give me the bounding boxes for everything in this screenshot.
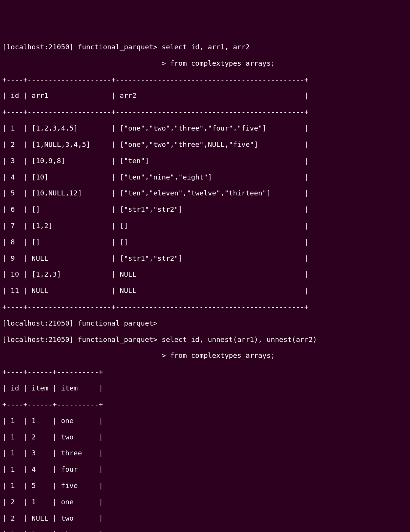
table-row: | 1 | 1 | one | — [2, 417, 408, 425]
table-row: | 2 | [1,NULL,3,4,5] | ["one","two","thr… — [2, 140, 408, 148]
table-border: +----+--------------------+-------------… — [2, 76, 408, 83]
table-row: | 6 | [] | ["str1","str2"] | — [2, 205, 408, 213]
sql-prompt-1[interactable]: [localhost:21050] functional_parquet> se… — [2, 43, 408, 51]
table-row: | 10 | [1,2,3] | NULL | — [2, 270, 408, 278]
table-row: | 1 | 5 | five | — [2, 482, 408, 490]
table-border: +----+--------------------+-------------… — [2, 303, 408, 311]
table-row: | 4 | [10] | ["ten","nine","eight"] | — [2, 173, 408, 181]
prompt-host: [localhost:21050] functional_parquet> — [2, 43, 158, 51]
table-row: | 2 | NULL | two | — [2, 514, 408, 522]
table-row: | 1 | 2 | two | — [2, 433, 408, 441]
table-header: | id | arr1 | arr2 | — [2, 91, 408, 99]
table-row: | 5 | [10,NULL,12] | ["ten","eleven","tw… — [2, 189, 408, 197]
table-row: | 1 | [1,2,3,4,5] | ["one","two","three"… — [2, 124, 408, 132]
sql-prompt-blank[interactable]: [localhost:21050] functional_parquet> — [2, 319, 408, 327]
table-row: | 8 | [] | [] | — [2, 238, 408, 246]
table-border: +----+------+----------+ — [2, 368, 408, 376]
prompt-host: [localhost:21050] functional_parquet> — [2, 335, 158, 343]
table-border: +----+--------------------+-------------… — [2, 108, 408, 116]
table-header: | id | item | item | — [2, 384, 408, 392]
sql-prompt-2-cont: > from complextypes_arrays; — [2, 351, 408, 359]
table-row: | 2 | 3 | three | — [2, 530, 408, 532]
prompt-cont: > — [2, 351, 166, 359]
table-row: | 9 | NULL | ["str1","str2"] | — [2, 254, 408, 262]
sql-prompt-2[interactable]: [localhost:21050] functional_parquet> se… — [2, 335, 408, 343]
sql-query-1-line-2: from complextypes_arrays; — [170, 59, 275, 67]
table-border: +----+------+----------+ — [2, 400, 408, 408]
table-row: | 11 | NULL | NULL | — [2, 286, 408, 294]
table-row: | 1 | 4 | four | — [2, 465, 408, 473]
sql-prompt-1-cont: > from complextypes_arrays; — [2, 59, 408, 67]
sql-query-1-line-1: select id, arr1, arr2 — [162, 43, 250, 51]
table-row: | 2 | 1 | one | — [2, 498, 408, 506]
prompt-cont: > — [2, 59, 166, 67]
table-row: | 1 | 3 | three | — [2, 449, 408, 457]
prompt-host: [localhost:21050] functional_parquet> — [2, 319, 158, 327]
sql-query-2-line-2: from complextypes_arrays; — [170, 351, 275, 359]
table-row: | 3 | [10,9,8] | ["ten"] | — [2, 157, 408, 165]
table-row: | 7 | [1,2] | [] | — [2, 222, 408, 230]
sql-query-2-line-1: select id, unnest(arr1), unnest(arr2) — [162, 335, 317, 343]
terminal-output: [localhost:21050] functional_parquet> se… — [2, 35, 408, 532]
